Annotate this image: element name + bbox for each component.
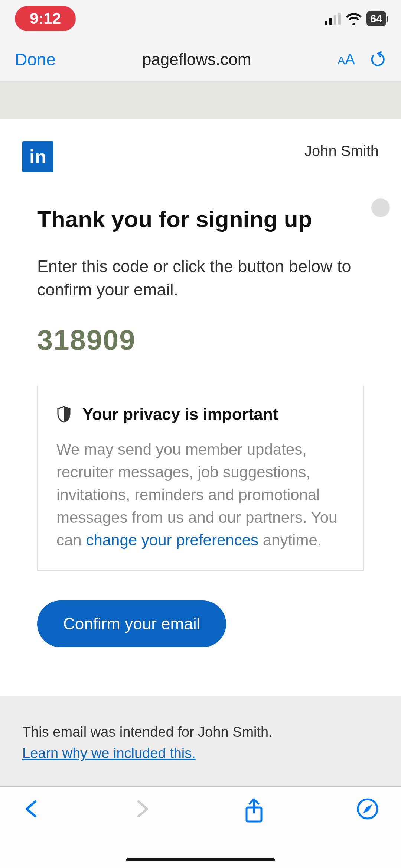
done-button[interactable]: Done: [15, 49, 56, 69]
cellular-signal-icon: [325, 13, 341, 25]
home-indicator[interactable]: [126, 858, 275, 861]
instruction-text: Enter this code or click the button belo…: [37, 255, 379, 301]
email-body: in John Smith Thank you for signing up E…: [0, 119, 401, 696]
header-actions: AA: [338, 51, 386, 68]
email-header-row: in John Smith: [22, 141, 379, 172]
spacer: [0, 82, 401, 119]
privacy-box: Your privacy is important We may send yo…: [37, 386, 364, 571]
verification-code: 318909: [37, 324, 379, 356]
svg-rect-0: [325, 21, 327, 25]
svg-rect-2: [334, 15, 336, 25]
linkedin-logo-icon[interactable]: in: [22, 141, 53, 172]
learn-why-link[interactable]: Learn why we included this.: [22, 745, 196, 761]
svg-rect-3: [338, 13, 341, 25]
recording-time-pill[interactable]: 9:12: [15, 6, 76, 31]
battery-indicator: 64: [366, 11, 386, 26]
share-icon[interactable]: [244, 798, 264, 824]
privacy-heading-text: Your privacy is important: [82, 405, 278, 424]
wifi-icon: [346, 13, 362, 25]
change-preferences-link[interactable]: change your preferences: [86, 531, 258, 549]
reload-icon[interactable]: [370, 51, 386, 68]
browser-bottom-toolbar: [0, 786, 401, 868]
url-display[interactable]: pageflows.com: [142, 50, 251, 69]
intended-for-text: This email was intended for John Smith. …: [22, 722, 379, 764]
back-icon[interactable]: [22, 798, 41, 820]
privacy-body: We may send you member updates, recruite…: [56, 438, 345, 551]
svg-rect-1: [329, 18, 332, 25]
forward-icon: [133, 798, 151, 820]
text-size-button[interactable]: AA: [338, 51, 355, 68]
email-heading: Thank you for signing up: [37, 206, 379, 232]
confirm-email-button[interactable]: Confirm your email: [37, 600, 226, 647]
touch-indicator-icon: [371, 198, 390, 217]
browser-header: Done pageflows.com AA: [0, 37, 401, 82]
privacy-heading: Your privacy is important: [56, 405, 345, 424]
status-icons: 64: [325, 11, 386, 26]
recipient-name: John Smith: [304, 143, 379, 159]
shield-icon: [56, 406, 71, 423]
safari-icon[interactable]: [356, 798, 379, 820]
status-bar: 9:12 64: [0, 0, 401, 37]
